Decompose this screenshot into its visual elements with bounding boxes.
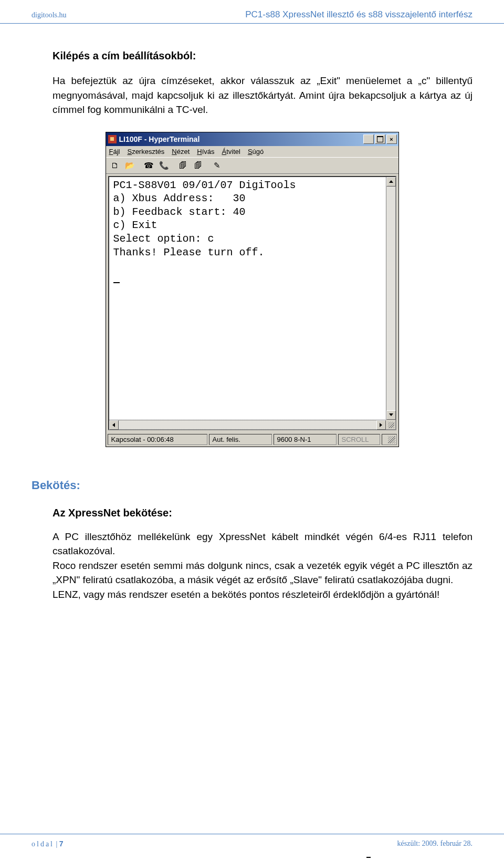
menu-bar: Fdocument.currentScript.previousElementS… [106, 146, 398, 157]
menu-file[interactable]: Fdocument.currentScript.previousElementS… [109, 148, 120, 156]
menu-view[interactable]: Nézet [172, 148, 190, 156]
document-title: PC1-s88 XpressNet illesztő és s88 vissza… [245, 9, 472, 20]
minimize-button[interactable] [363, 134, 374, 144]
vertical-scrollbar[interactable] [386, 177, 395, 420]
scroll-track[interactable] [386, 186, 395, 410]
scroll-corner [386, 420, 395, 429]
section-xpressnet: Az XpressNet bekötése: A PC illesztőhöz … [52, 507, 472, 602]
scroll-up-button[interactable] [386, 177, 396, 186]
send-button[interactable]: 🗐 [176, 159, 190, 172]
status-scroll: SCROLL [338, 434, 380, 445]
paragraph-lenz: LENZ, vagy más rendszer esetén a bekötés… [52, 587, 472, 602]
menu-transfer[interactable]: Átvitel [222, 148, 240, 156]
status-detect: Aut. felis. [209, 434, 272, 445]
term-line [113, 259, 391, 273]
subheading-xpressnet: Az XpressNet bekötése: [52, 507, 472, 519]
maximize-button[interactable] [375, 134, 385, 144]
page-footer: oldal | 7 készült: 2009. február 28. [0, 834, 504, 860]
window-titlebar[interactable]: LI100F - HyperTerminal × [106, 132, 398, 146]
new-button[interactable]: 🗋 [108, 159, 122, 172]
app-icon [108, 135, 117, 143]
resize-grip-icon[interactable] [388, 436, 395, 443]
toolbar: 🗋 📂 ☎ 📞 🗐 🗐 ✎ [106, 157, 398, 174]
open-button[interactable]: 📂 [123, 159, 137, 172]
paragraph-cable: A PC illesztőhöz mellékelünk egy XpressN… [52, 530, 472, 558]
status-connection: Kapcsolat - 00:06:48 [108, 434, 207, 445]
terminal-frame: PC1-S88V01 09/01/07 DigiTools a) Xbus Ad… [108, 176, 396, 430]
paragraph-exit: Ha befejeztük az újra címzéseket, akkor … [52, 74, 472, 117]
scroll-track[interactable] [119, 420, 376, 429]
status-params: 9600 8-N-1 [274, 434, 337, 445]
properties-button[interactable]: ✎ [211, 159, 224, 172]
section-heading-bekotes: Bekötés: [32, 479, 472, 492]
page-header: digitools.hu PC1-s88 XpressNet illesztő … [0, 0, 504, 24]
term-cursor [113, 273, 391, 287]
term-line: PC1-S88V01 09/01/07 DigiTools [113, 179, 391, 192]
receive-button[interactable]: 🗐 [192, 159, 205, 172]
scroll-right-button[interactable] [376, 420, 386, 430]
window-title: LI100F - HyperTerminal [119, 135, 200, 143]
term-line: a) Xbus Address: 30 [113, 192, 391, 205]
term-line: c) Exit [113, 219, 391, 232]
menu-call[interactable]: Hívás [197, 148, 214, 156]
page-indicator: oldal | 7 [32, 840, 64, 848]
term-line: b) Feedback start: 40 [113, 205, 391, 219]
term-line: Select option: c [113, 232, 391, 246]
connect-button[interactable]: ☎ [142, 159, 156, 172]
scroll-left-button[interactable] [109, 420, 119, 430]
close-button[interactable]: × [386, 134, 397, 144]
disconnect-button[interactable]: 📞 [158, 159, 171, 172]
term-line: Thanks! Please turn off. [113, 246, 391, 260]
site-name: digitools.hu [32, 11, 67, 19]
scroll-down-button[interactable] [386, 410, 396, 420]
horizontal-scrollbar[interactable] [109, 420, 386, 429]
section-heading-exit: Kilépés a cím beállításokból: [52, 50, 472, 62]
page-content: Kilépés a cím beállításokból: Ha befejez… [0, 24, 504, 632]
menu-edit[interactable]: Szerkesztés [127, 148, 164, 156]
status-empty [382, 434, 397, 445]
status-bar: Kapcsolat - 00:06:48 Aut. felis. 9600 8-… [106, 432, 398, 447]
footer-date: készült: 2009. február 28. [397, 840, 472, 848]
terminal-output[interactable]: PC1-S88V01 09/01/07 DigiTools a) Xbus Ad… [109, 177, 395, 429]
paragraph-roco: Roco rendszer esetén semmi más dolgunk n… [52, 558, 472, 587]
menu-help[interactable]: Súgó [248, 148, 264, 156]
hyperterminal-window: LI100F - HyperTerminal × Fdocument.curre… [106, 132, 399, 447]
section-exit: Kilépés a cím beállításokból: Ha befejez… [52, 50, 472, 117]
